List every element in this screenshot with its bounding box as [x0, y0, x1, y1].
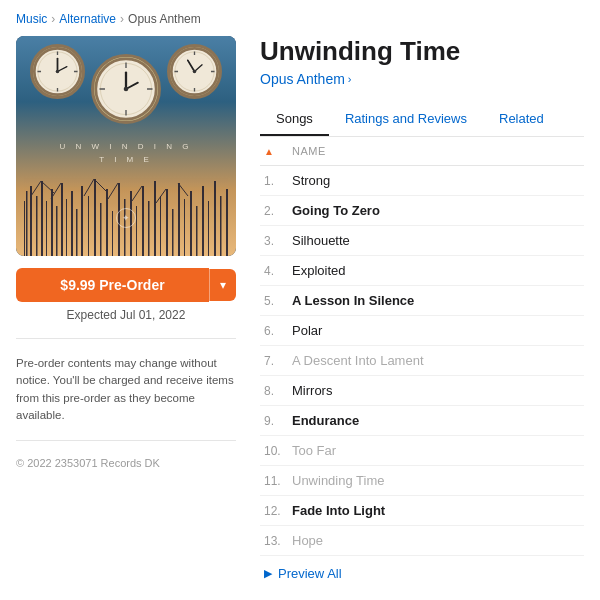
svg-rect-45	[112, 211, 113, 256]
clock-group	[30, 44, 222, 124]
track-row[interactable]: 7.A Descent Into Lament	[260, 346, 584, 376]
svg-rect-64	[226, 189, 228, 256]
svg-line-70	[108, 183, 118, 199]
svg-rect-38	[71, 191, 73, 256]
expected-date: Expected Jul 01, 2022	[16, 308, 236, 322]
divider-2	[16, 440, 236, 441]
svg-rect-51	[148, 201, 150, 256]
svg-rect-41	[88, 196, 89, 256]
track-row[interactable]: 10.Too Far	[260, 436, 584, 466]
tab-songs[interactable]: Songs	[260, 103, 329, 136]
track-name: Fade Into Light	[292, 503, 580, 518]
preorder-button[interactable]: $9.99 Pre-Order	[16, 268, 209, 302]
breadcrumb: Music › Alternative › Opus Anthem	[0, 0, 600, 36]
track-name: Mirrors	[292, 383, 580, 398]
track-name: Unwinding Time	[292, 473, 580, 488]
svg-rect-56	[178, 183, 180, 256]
track-number: 7.	[264, 354, 292, 368]
svg-rect-50	[142, 186, 144, 256]
breadcrumb-sep-2: ›	[120, 12, 124, 26]
album-title: Unwinding Time	[260, 36, 584, 67]
track-row[interactable]: 3.Silhouette	[260, 226, 584, 256]
svg-rect-43	[100, 203, 102, 256]
track-row[interactable]: 6.Polar	[260, 316, 584, 346]
track-list: ▲ NAME 1.Strong2.Going To Zero3.Silhouet…	[260, 137, 584, 591]
track-name: Too Far	[292, 443, 580, 458]
svg-rect-36	[61, 183, 63, 256]
track-number: 6.	[264, 324, 292, 338]
track-number: 2.	[264, 204, 292, 218]
preview-all-button[interactable]: ▶ Preview All	[260, 556, 584, 591]
artist-name: Opus Anthem	[260, 71, 345, 87]
preorder-notice: Pre-order contents may change without no…	[16, 355, 236, 424]
track-row[interactable]: 5.A Lesson In Silence	[260, 286, 584, 316]
track-number: 10.	[264, 444, 292, 458]
track-name: Exploited	[292, 263, 580, 278]
svg-point-17	[124, 87, 129, 92]
sort-icon: ▲	[264, 146, 274, 157]
track-row[interactable]: 4.Exploited	[260, 256, 584, 286]
track-name: A Descent Into Lament	[292, 353, 580, 368]
breadcrumb-alternative[interactable]: Alternative	[59, 12, 116, 26]
svg-rect-37	[66, 199, 67, 256]
track-number: 4.	[264, 264, 292, 278]
artist-link[interactable]: Opus Anthem ›	[260, 71, 584, 87]
track-number: 11.	[264, 474, 292, 488]
track-row[interactable]: 8.Mirrors	[260, 376, 584, 406]
svg-point-8	[56, 70, 60, 74]
breadcrumb-sep-1: ›	[51, 12, 55, 26]
track-list-header: ▲ NAME	[260, 137, 584, 166]
svg-line-65	[31, 181, 41, 196]
right-panel: Unwinding Time Opus Anthem › Songs Ratin…	[260, 36, 584, 591]
clock-left	[30, 44, 85, 99]
main-layout: U N W I N D I N G T I M E	[0, 36, 600, 591]
track-rows-container: 1.Strong2.Going To Zero3.Silhouette4.Exp…	[260, 166, 584, 556]
track-number: 5.	[264, 294, 292, 308]
svg-rect-59	[196, 206, 198, 256]
svg-rect-52	[154, 181, 156, 256]
svg-rect-31	[36, 196, 38, 256]
svg-rect-30	[30, 186, 32, 256]
album-emblem: ✦	[116, 208, 136, 228]
track-number: 12.	[264, 504, 292, 518]
track-number: 9.	[264, 414, 292, 428]
track-name-header: NAME	[292, 145, 326, 157]
svg-line-68	[84, 179, 94, 196]
svg-rect-60	[202, 186, 204, 256]
copyright: © 2022 2353071 Records DK	[16, 457, 236, 469]
track-name: Hope	[292, 533, 580, 548]
clock-center	[91, 54, 161, 124]
svg-point-26	[193, 70, 197, 74]
track-number: 8.	[264, 384, 292, 398]
breadcrumb-current: Opus Anthem	[128, 12, 201, 26]
track-name: Endurance	[292, 413, 580, 428]
svg-rect-28	[26, 191, 28, 256]
tab-ratings[interactable]: Ratings and Reviews	[329, 103, 483, 136]
track-name: Polar	[292, 323, 580, 338]
tab-related[interactable]: Related	[483, 103, 560, 136]
track-name: Strong	[292, 173, 580, 188]
svg-rect-54	[166, 189, 168, 256]
svg-rect-39	[76, 209, 78, 256]
album-art: U N W I N D I N G T I M E	[16, 36, 236, 256]
track-row[interactable]: 1.Strong	[260, 166, 584, 196]
svg-rect-57	[184, 199, 185, 256]
track-number: 1.	[264, 174, 292, 188]
track-row[interactable]: 11.Unwinding Time	[260, 466, 584, 496]
svg-rect-44	[106, 189, 108, 256]
svg-rect-29	[24, 201, 25, 256]
track-name: Silhouette	[292, 233, 580, 248]
track-row[interactable]: 2.Going To Zero	[260, 196, 584, 226]
left-panel: U N W I N D I N G T I M E	[16, 36, 236, 591]
track-row[interactable]: 9.Endurance	[260, 406, 584, 436]
svg-rect-35	[56, 206, 58, 256]
buy-section: $9.99 Pre-Order ▾	[16, 268, 236, 302]
track-name: A Lesson In Silence	[292, 293, 580, 308]
track-number: 3.	[264, 234, 292, 248]
track-row[interactable]: 12.Fade Into Light	[260, 496, 584, 526]
svg-rect-40	[81, 186, 83, 256]
track-row[interactable]: 13.Hope	[260, 526, 584, 556]
breadcrumb-music[interactable]: Music	[16, 12, 47, 26]
preorder-dropdown-button[interactable]: ▾	[209, 269, 236, 301]
track-name: Going To Zero	[292, 203, 580, 218]
